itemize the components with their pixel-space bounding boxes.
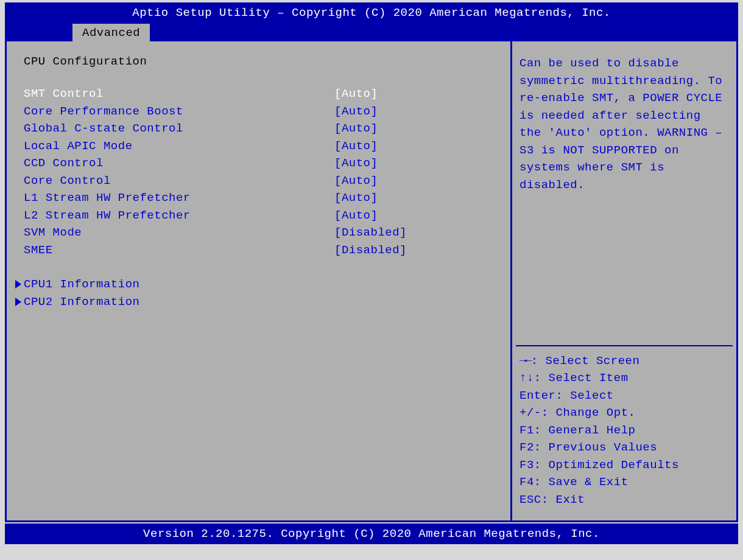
section-title: CPU Configuration [24, 55, 504, 68]
submenu-label: CPU2 Information [24, 293, 139, 311]
key-change-opt: +/-: Change Opt. [519, 404, 729, 422]
up-down-arrows-icon: ↑↓ [519, 371, 534, 385]
tab-label: Advanced [82, 26, 140, 40]
setting-global-cstate-control[interactable]: Global C-state Control [Auto] [24, 120, 504, 138]
setting-label: CCD Control [24, 155, 334, 172]
setting-label: L1 Stream HW Prefetcher [24, 189, 334, 207]
key-label: : Select Item [534, 371, 629, 385]
setting-label: SMT Control [24, 85, 334, 103]
setting-value: [Auto] [334, 189, 378, 207]
settings-panel: CPU Configuration SMT Control [Auto] Cor… [7, 41, 512, 520]
setting-smt-control[interactable]: SMT Control [Auto] [24, 85, 504, 103]
setting-value: [Auto] [334, 85, 378, 103]
key-select-screen: →←: Select Screen [519, 352, 729, 370]
help-panel: Can be used to disable symmetric multith… [512, 41, 736, 520]
footer-text: Version 2.20.1275. Copyright (C) 2020 Am… [143, 527, 600, 541]
setting-local-apic-mode[interactable]: Local APIC Mode [Auto] [24, 138, 504, 155]
setting-value: [Auto] [334, 172, 378, 190]
submenu-cpu1-information[interactable]: CPU1 Information [15, 276, 504, 293]
tab-advanced[interactable]: Advanced [72, 23, 150, 41]
key-enter: Enter: Select [519, 387, 729, 405]
key-f1: F1: General Help [519, 422, 729, 439]
setting-l2-stream-hw-prefetcher[interactable]: L2 Stream HW Prefetcher [Auto] [24, 207, 504, 225]
setting-value: [Auto] [334, 120, 378, 138]
setting-value: [Auto] [334, 207, 378, 225]
setting-label: Core Performance Boost [24, 103, 334, 121]
setting-label: Local APIC Mode [24, 138, 334, 155]
setting-label: SMEE [24, 242, 334, 259]
setting-value: [Auto] [334, 155, 378, 172]
main-area: CPU Configuration SMT Control [Auto] Cor… [5, 41, 738, 522]
bios-screen: Aptio Setup Utility – Copyright (C) 2020… [5, 2, 738, 544]
left-right-arrows-icon: →← [519, 354, 531, 368]
help-text: Can be used to disable symmetric multith… [519, 57, 722, 192]
key-f4: F4: Save & Exit [519, 474, 729, 491]
submenu-label: CPU1 Information [24, 276, 139, 293]
spacer [24, 259, 504, 276]
setting-svm-mode[interactable]: SVM Mode [Disabled] [24, 224, 504, 242]
setting-label: L2 Stream HW Prefetcher [24, 207, 334, 225]
key-f2: F2: Previous Values [519, 439, 729, 457]
setting-value: [Auto] [334, 138, 378, 155]
header-bar: Aptio Setup Utility – Copyright (C) 2020… [5, 2, 738, 23]
setting-l1-stream-hw-prefetcher[interactable]: L1 Stream HW Prefetcher [Auto] [24, 189, 504, 207]
key-help-area: →←: Select Screen ↑↓: Select Item Enter:… [512, 346, 736, 521]
setting-ccd-control[interactable]: CCD Control [Auto] [24, 155, 504, 172]
key-select-item: ↑↓: Select Item [519, 369, 729, 387]
submenu-arrow-icon [15, 280, 21, 289]
setting-smee[interactable]: SMEE [Disabled] [24, 242, 504, 259]
submenu-cpu2-information[interactable]: CPU2 Information [15, 293, 504, 311]
setting-value: [Disabled] [334, 224, 407, 242]
setting-core-performance-boost[interactable]: Core Performance Boost [Auto] [24, 103, 504, 121]
setting-label: Global C-state Control [24, 120, 334, 138]
key-label: : Select Screen [531, 354, 640, 368]
setting-value: [Disabled] [334, 242, 407, 259]
footer-bar: Version 2.20.1275. Copyright (C) 2020 Am… [5, 523, 738, 544]
setting-core-control[interactable]: Core Control [Auto] [24, 172, 504, 190]
tab-row: Advanced [5, 23, 738, 41]
key-f3: F3: Optimized Defaults [519, 457, 729, 474]
header-title: Aptio Setup Utility – Copyright (C) 2020… [132, 6, 611, 19]
help-text-area: Can be used to disable symmetric multith… [512, 41, 736, 345]
setting-value: [Auto] [334, 103, 378, 121]
submenu-arrow-icon [15, 298, 21, 306]
setting-label: Core Control [24, 172, 334, 190]
key-esc: ESC: Exit [519, 491, 729, 509]
setting-label: SVM Mode [24, 224, 334, 242]
